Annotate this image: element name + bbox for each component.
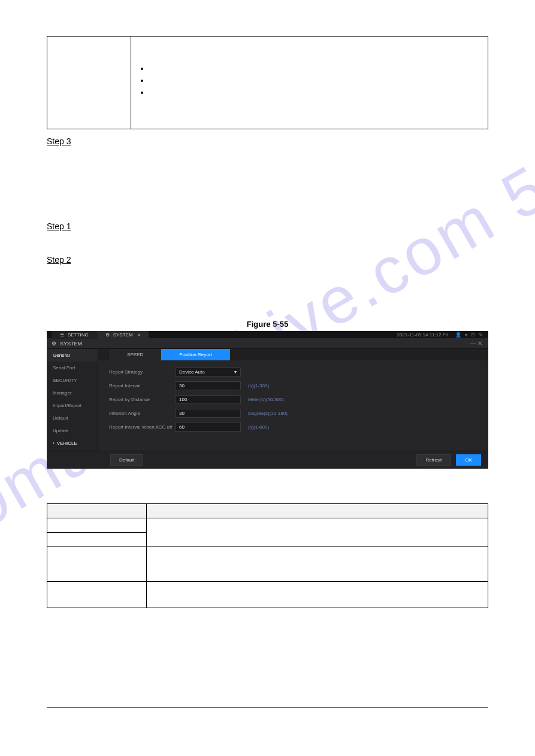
menu-icon: ☰ — [60, 332, 64, 338]
form-area: Report Strategy Device Auto▾ Report Inte… — [98, 360, 488, 432]
default-button[interactable]: Default — [110, 454, 143, 466]
hint-acc-off: (s)(1-600) — [248, 424, 269, 430]
param-th-2 — [147, 504, 488, 518]
window-controls[interactable]: — ✕ — [470, 340, 482, 347]
sidebar-item-update[interactable]: Update — [47, 424, 98, 437]
param-r2-c1 — [47, 533, 147, 547]
step-1: Step 1 — [47, 221, 488, 231]
window-title-bar: ⚙ SYSTEM — ✕ — [47, 338, 488, 349]
top-table-c2 — [131, 37, 488, 129]
sidebar-item-importexport[interactable]: Import/Export — [47, 399, 98, 412]
step-3: Step 3 — [47, 136, 488, 146]
user-icon[interactable]: 👤 — [455, 332, 461, 338]
subtab-speed[interactable]: SPEED — [109, 349, 161, 360]
param-r3-c1 — [47, 547, 147, 582]
subtab-position-report[interactable]: Position Report — [161, 349, 230, 360]
label-acc-off: Report Interval When ACC off — [109, 424, 175, 430]
close-tab-icon[interactable]: × — [138, 332, 141, 338]
param-r4-c1 — [47, 582, 147, 608]
input-inflexion-angle[interactable]: 30 — [175, 409, 241, 418]
sidebar: General Serial Port SECURITY Manager Imp… — [47, 349, 98, 451]
app-tab-system[interactable]: ⚙SYSTEM× — [97, 331, 149, 339]
topbar-datetime: 2021-11-05 14 11:12 Fri — [397, 332, 448, 338]
gear-icon: ⚙ — [52, 341, 56, 347]
top-app-bar: ☰SETTING ⚙SYSTEM× 2021-11-05 14 11:12 Fr… — [47, 331, 488, 338]
edit-icon[interactable]: ✎ — [477, 332, 483, 338]
param-r1-c1 — [47, 518, 147, 533]
sidebar-item-vehicle[interactable]: ›VEHICLE — [47, 437, 98, 450]
input-report-interval[interactable]: 30 — [175, 381, 241, 390]
hint-report-interval: (s)(1-300) — [248, 383, 269, 388]
label-report-distance: Report by Distance — [109, 397, 175, 402]
ok-button[interactable]: OK — [456, 454, 481, 466]
refresh-button[interactable]: Refresh — [416, 454, 451, 466]
param-r3-c2 — [147, 547, 488, 582]
idk-icon[interactable]: ▾ — [463, 332, 469, 338]
footer-rule — [47, 707, 488, 719]
select-report-strategy[interactable]: Device Auto▾ — [175, 368, 241, 377]
gear-icon: ⚙ — [105, 332, 110, 338]
hint-inflexion-angle: Degree(s)(30-180) — [248, 411, 288, 416]
top-table-c1 — [47, 37, 131, 129]
grid-icon[interactable]: ⊞ — [470, 332, 476, 338]
param-th-1 — [47, 504, 147, 518]
sidebar-item-serialport[interactable]: Serial Port — [47, 362, 98, 374]
label-inflexion-angle: Inflexion Angle — [109, 411, 175, 416]
window-title: SYSTEM — [60, 341, 82, 347]
param-r1-c2 — [147, 518, 488, 547]
label-report-interval: Report Interval — [109, 383, 175, 388]
param-table — [47, 503, 488, 608]
param-r4-c2 — [147, 582, 488, 608]
bullet-3 — [149, 88, 482, 93]
bullet-2 — [149, 76, 482, 81]
sidebar-item-manager[interactable]: Manager — [47, 387, 98, 399]
label-report-strategy: Report Strategy — [109, 369, 175, 375]
input-acc-off[interactable]: 60 — [175, 423, 241, 432]
hint-report-distance: Meter(s)(50-500) — [248, 397, 284, 402]
bullet-1 — [149, 64, 482, 69]
footer-bar: Default Refresh OK — [47, 451, 488, 469]
chevron-right-icon: › — [53, 441, 55, 446]
app-tab-setting[interactable]: ☰SETTING — [52, 331, 97, 339]
input-report-distance[interactable]: 100 — [175, 395, 241, 404]
step-2: Step 2 — [47, 255, 488, 265]
figure-screenshot: ☰SETTING ⚙SYSTEM× 2021-11-05 14 11:12 Fr… — [47, 331, 488, 469]
sidebar-item-security[interactable]: SECURITY — [47, 374, 98, 387]
sidebar-item-default[interactable]: Default — [47, 412, 98, 424]
dropdown-icon: ▾ — [234, 369, 237, 375]
figure-caption: Figure 5-55 — [47, 320, 488, 329]
main-panel: SPEED Position Report Report Strategy De… — [98, 349, 488, 451]
top-table — [47, 36, 488, 129]
sidebar-item-general[interactable]: General — [47, 349, 98, 362]
